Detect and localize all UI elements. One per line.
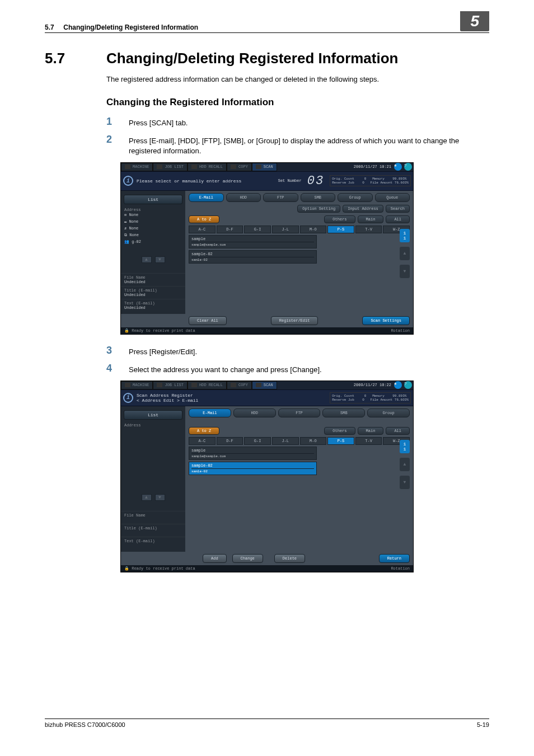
option-setting-button[interactable]: Option Setting	[297, 205, 340, 213]
alpha-tv[interactable]: T-V	[355, 226, 382, 233]
register-edit-button[interactable]: Register/Edit	[271, 316, 318, 325]
tab-smb[interactable]: SMB	[322, 408, 365, 417]
top-tab-machine[interactable]: MACHINE	[121, 163, 153, 171]
tab-queue[interactable]: Queue	[375, 193, 410, 202]
tab-email[interactable]: E-Mail	[189, 408, 231, 417]
alpha-ac[interactable]: A-C	[189, 226, 216, 233]
tab-email[interactable]: E-Mail	[189, 193, 224, 202]
status-icon[interactable]: ●	[394, 163, 402, 171]
filter-others[interactable]: Others	[324, 427, 355, 435]
arrow-down[interactable]: ▼	[155, 494, 165, 501]
alpha-mo[interactable]: M-O	[300, 437, 327, 445]
scroll-down-icon[interactable]: ▼	[400, 476, 410, 489]
top-tab-copy[interactable]: COPY	[227, 163, 252, 171]
label: File Name	[124, 275, 182, 280]
v: None	[129, 219, 138, 224]
step-text: Select the address you want to change an…	[129, 363, 322, 375]
top-tab-joblist[interactable]: JOB LIST	[153, 163, 188, 171]
alpha-ac[interactable]: A-C	[189, 437, 216, 445]
arrow-up[interactable]: ▲	[142, 494, 152, 501]
hdd-icon	[191, 383, 197, 387]
label: Text (E-mail)	[124, 539, 182, 543]
arrow-controls: ▲ ▼	[121, 494, 185, 501]
tab-hdd[interactable]: HDD	[233, 408, 276, 417]
clear-all-button[interactable]: Clear All	[189, 316, 227, 325]
tab-group[interactable]: Group	[338, 193, 373, 202]
address-entry[interactable]: sample sample@sample.com	[189, 235, 317, 248]
count-icon[interactable]: 11	[400, 229, 410, 242]
alpha-df[interactable]: D-F	[217, 226, 243, 233]
list-button[interactable]: List	[124, 195, 182, 204]
return-button[interactable]: Return	[379, 554, 410, 563]
top-tab-scan[interactable]: SCAN	[252, 381, 277, 389]
pad	[121, 428, 185, 484]
status-bar: 🔒 Ready to receive print data Rotation	[121, 565, 413, 572]
top-tab-hdd[interactable]: HDD RECALL	[188, 163, 227, 171]
filter-main[interactable]: Main	[358, 215, 384, 223]
top-tab-hdd[interactable]: HDD RECALL	[188, 381, 227, 389]
filter-others[interactable]: Others	[324, 215, 355, 223]
filter-all[interactable]: All	[386, 427, 410, 435]
arrow-up[interactable]: ▲	[142, 256, 152, 263]
alpha-jl[interactable]: J-L	[272, 437, 299, 445]
scroll-up-icon[interactable]: ▲	[400, 458, 410, 471]
filter-all[interactable]: All	[386, 215, 410, 223]
top-tab-copy[interactable]: COPY	[227, 381, 252, 389]
scroll-up-icon[interactable]: ▲	[400, 247, 410, 260]
help-icon[interactable]: ?	[404, 163, 412, 171]
option-row: Option Setting Input Address Search	[189, 205, 410, 213]
tab-hdd[interactable]: HDD	[226, 193, 261, 202]
v: None	[129, 233, 139, 237]
alpha-ps[interactable]: P-S	[327, 226, 354, 233]
orig-count-val: 0	[364, 177, 367, 181]
count-icon[interactable]: 11	[400, 440, 410, 453]
filter-main[interactable]: Main	[358, 427, 384, 435]
top-tab-machine[interactable]: MACHINE	[121, 381, 153, 389]
side-scroll: 11 ▲ ▼	[400, 229, 410, 278]
filter-atoz[interactable]: A to Z	[189, 427, 219, 435]
line1: Scan Address Register	[137, 393, 198, 398]
memory-label: Memory	[372, 177, 385, 181]
label: Title (E-mail)	[124, 526, 182, 530]
scroll-down-icon[interactable]: ▼	[400, 265, 410, 278]
change-button[interactable]: Change	[232, 554, 263, 563]
address-entry[interactable]: sample sample@sample.com	[189, 447, 317, 460]
tab-ftp[interactable]: FTP	[263, 193, 298, 202]
delete-button[interactable]: Delete	[274, 554, 305, 563]
arrow-down[interactable]: ▼	[155, 256, 165, 263]
help-icon[interactable]: ?	[404, 381, 412, 389]
list-button[interactable]: List	[124, 410, 182, 420]
label: JOB LIST	[165, 165, 184, 169]
entry-detail: sample@sample.com	[191, 242, 314, 247]
orig-count-val: 0	[364, 394, 367, 398]
label: JOB LIST	[165, 383, 184, 387]
address-entry-selected[interactable]: sample-02 samle-02	[189, 462, 317, 475]
filter-atoz[interactable]: A to Z	[189, 215, 219, 223]
tab-smb[interactable]: SMB	[301, 193, 336, 202]
tab-group[interactable]: Group	[367, 408, 410, 417]
add-button[interactable]: Add	[203, 554, 227, 563]
status-icon[interactable]: ●	[394, 381, 402, 389]
step-text: Press [Register/Edit].	[129, 345, 197, 357]
alpha-gi[interactable]: G-I	[244, 437, 271, 445]
address-entry[interactable]: sample-02 samle-02	[189, 250, 317, 264]
copy-icon	[231, 165, 236, 169]
top-tab-scan[interactable]: SCAN	[252, 163, 277, 171]
search-button[interactable]: Search	[386, 205, 410, 213]
alpha-tv[interactable]: T-V	[355, 437, 382, 445]
value	[124, 518, 182, 522]
alpha-mo[interactable]: M-O	[300, 226, 327, 233]
scan-settings-button[interactable]: Scan Settings	[362, 316, 410, 325]
input-address-button[interactable]: Input Address	[343, 205, 383, 213]
alpha-ps[interactable]: P-S	[327, 437, 354, 445]
screen-body: List Address ✉ None ▬ None ⇵ None ⧉ None…	[121, 191, 413, 314]
alpha-gi[interactable]: G-I	[244, 226, 271, 233]
info-text: Scan Address Register < Address Edit > E…	[137, 393, 198, 403]
tab-ftp[interactable]: FTP	[278, 408, 321, 417]
alpha-df[interactable]: D-F	[217, 437, 243, 445]
step-row: 2 Press [E-mail], [HDD], [FTP], [SMB], o…	[106, 134, 489, 156]
line2: < Address Edit > E-mail	[137, 398, 198, 403]
top-tab-joblist[interactable]: JOB LIST	[153, 381, 188, 389]
alpha-jl[interactable]: J-L	[272, 226, 299, 233]
header-title-short: Changing/Deleting Registered Information	[63, 24, 198, 31]
